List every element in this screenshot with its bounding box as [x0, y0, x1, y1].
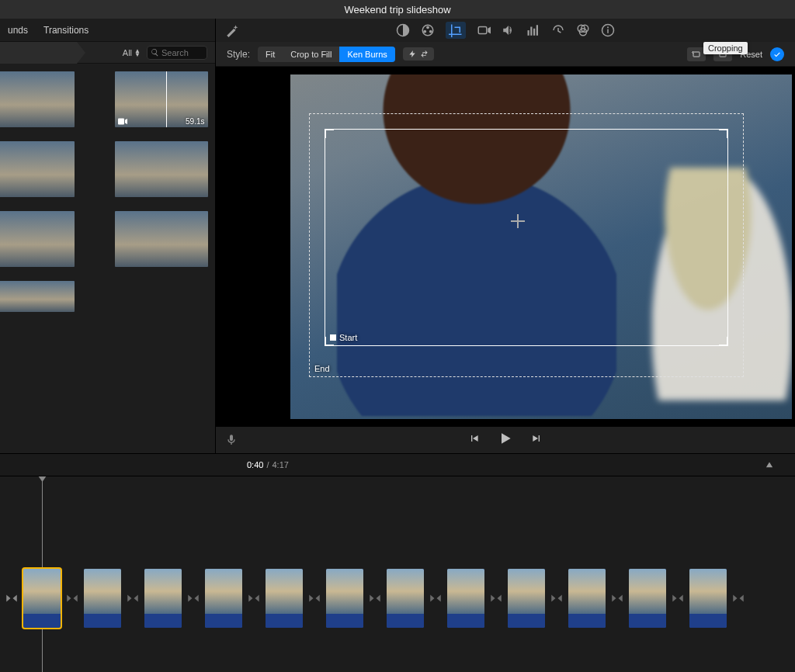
timeline[interactable] — [0, 476, 795, 672]
skip-next-icon — [530, 432, 543, 445]
preview-viewer[interactable]: End Start — [216, 67, 795, 427]
project-title: Weekend trip slideshow — [344, 4, 450, 16]
timeline-clip[interactable] — [205, 569, 242, 628]
swap-start-end[interactable] — [403, 47, 434, 61]
search-icon — [151, 48, 159, 57]
video-track — [0, 568, 795, 629]
swap-icon — [420, 50, 429, 58]
equalizer-icon[interactable] — [526, 23, 540, 37]
current-time: 0:40 — [247, 460, 263, 469]
style-label: Style: — [227, 49, 250, 60]
filter-all-dropdown[interactable]: All ▲▼ — [123, 48, 141, 57]
stabilize-icon[interactable] — [477, 23, 491, 37]
library-clip[interactable] — [115, 141, 208, 197]
info-icon[interactable] — [601, 23, 615, 37]
color-balance-icon[interactable] — [396, 23, 410, 37]
transition-icon[interactable] — [366, 583, 384, 614]
rotate-ccw-icon — [691, 50, 702, 59]
transition-icon[interactable] — [245, 583, 262, 614]
play-button[interactable] — [498, 431, 513, 449]
timeline-clip[interactable] — [23, 569, 61, 628]
library-tabs: unds Transitions — [0, 19, 215, 42]
transition-icon[interactable] — [427, 583, 444, 614]
timeline-clip[interactable] — [689, 569, 727, 628]
svg-rect-6 — [478, 27, 487, 34]
svg-point-16 — [607, 26, 609, 28]
transition-icon[interactable] — [185, 583, 202, 614]
transition-icon[interactable] — [64, 583, 81, 614]
zoom-marker-icon[interactable] — [765, 460, 773, 468]
library-clip[interactable] — [0, 71, 75, 127]
library-pane: unds Transitions All ▲▼ — [0, 19, 216, 453]
drag-handle-icon[interactable] — [719, 337, 728, 346]
timeline-clip[interactable] — [508, 569, 545, 628]
prev-button[interactable] — [468, 432, 481, 448]
library-clip[interactable] — [0, 281, 75, 312]
speed-icon[interactable] — [551, 23, 565, 37]
camera-icon — [118, 118, 127, 125]
transition-icon[interactable] — [306, 583, 323, 614]
transition-icon[interactable] — [3, 583, 20, 614]
check-icon — [773, 50, 781, 58]
tab-transitions[interactable]: Transitions — [43, 25, 89, 36]
filter-all-label: All — [123, 48, 132, 57]
library-clip[interactable] — [0, 141, 75, 197]
next-button[interactable] — [530, 432, 543, 448]
transition-icon[interactable] — [548, 583, 565, 614]
timeline-clip[interactable] — [266, 569, 303, 628]
crop-icon — [449, 23, 463, 37]
transition-icon[interactable] — [488, 583, 505, 614]
title-bar: Weekend trip slideshow — [0, 0, 795, 19]
library-clip[interactable]: 59.1s — [115, 71, 208, 127]
timeline-clip[interactable] — [326, 569, 363, 628]
timeline-clip[interactable] — [84, 569, 121, 628]
kenburns-start-rect[interactable]: Start — [325, 129, 728, 346]
style-fit[interactable]: Fit — [258, 47, 283, 62]
volume-icon[interactable] — [502, 23, 516, 37]
search-input[interactable] — [161, 48, 203, 57]
crop-tool-button[interactable] — [446, 22, 466, 39]
style-segmented: Fit Crop to Fill Ken Burns — [258, 47, 395, 62]
svg-rect-10 — [536, 25, 538, 36]
svg-rect-17 — [693, 52, 700, 57]
svg-rect-9 — [533, 29, 535, 36]
svg-rect-8 — [530, 27, 532, 36]
color-wheel-icon[interactable] — [421, 23, 435, 37]
library-clip[interactable] — [115, 211, 208, 267]
transition-icon[interactable] — [124, 583, 141, 614]
apply-button[interactable] — [770, 47, 784, 61]
timeline-clip[interactable] — [387, 569, 424, 628]
transition-icon[interactable] — [609, 583, 626, 614]
svg-point-3 — [426, 26, 429, 29]
drag-handle-icon[interactable] — [325, 129, 334, 138]
updown-icon: ▲▼ — [134, 49, 141, 57]
kenburns-start-label: Start — [330, 333, 357, 342]
total-time: 4:17 — [272, 460, 288, 469]
timeline-clip[interactable] — [629, 569, 666, 628]
crop-tooltip: Cropping — [703, 42, 748, 54]
timecode-ruler[interactable]: 0:40 / 4:17 — [0, 453, 795, 476]
play-icon — [498, 431, 513, 446]
microphone-icon[interactable] — [225, 434, 238, 446]
transition-icon[interactable] — [669, 583, 686, 614]
timeline-clip[interactable] — [144, 569, 182, 628]
transport-bar — [216, 427, 795, 453]
svg-rect-0 — [118, 119, 124, 125]
timeline-clip[interactable] — [568, 569, 606, 628]
style-ken-burns[interactable]: Ken Burns — [339, 47, 394, 62]
transition-icon[interactable] — [730, 583, 747, 614]
drag-handle-icon[interactable] — [719, 129, 728, 138]
library-search[interactable] — [147, 46, 207, 60]
timeline-clip[interactable] — [447, 569, 484, 628]
style-crop-to-fill[interactable]: Crop to Fill — [283, 47, 339, 62]
tab-backgrounds[interactable]: unds — [8, 25, 28, 36]
svg-point-4 — [423, 30, 426, 33]
magic-wand-icon[interactable] — [225, 23, 239, 37]
skip-prev-icon — [468, 432, 481, 445]
library-clip[interactable] — [0, 211, 75, 267]
filters-icon[interactable] — [576, 23, 590, 37]
library-path-tab[interactable] — [0, 42, 85, 64]
bolt-icon — [408, 50, 417, 58]
viewer-pane: Cropping Style: Fit Crop to Fill Ken Bur… — [216, 19, 795, 453]
svg-rect-15 — [607, 29, 609, 33]
